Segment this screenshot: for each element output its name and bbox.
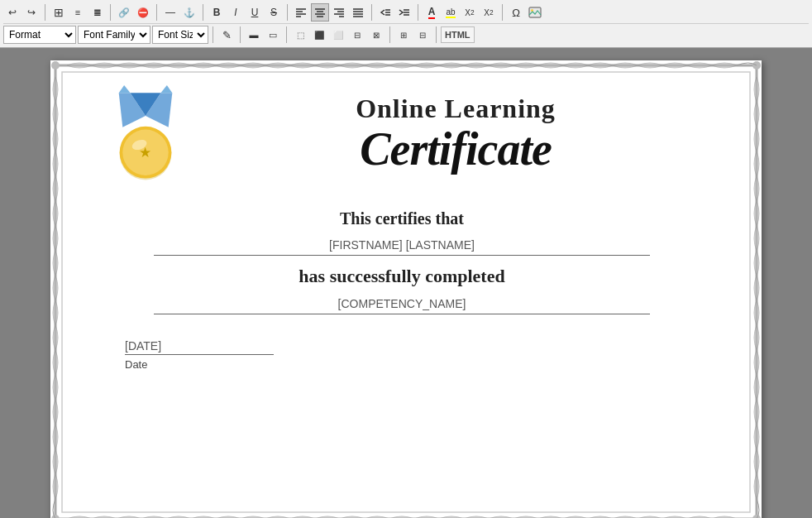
unlink-button[interactable]: ⛔ [134,3,152,22]
sep2 [110,4,111,21]
align-group [292,3,367,22]
table-edit-btn-2[interactable]: ⬛ [310,26,328,44]
align-center-button[interactable] [311,3,329,22]
edit-source-button[interactable]: ✎ [217,26,236,44]
cert-title-line1: Online Learning [356,94,556,124]
cert-completed-text: has successfully completed [299,266,504,287]
table-manage-btn-2[interactable]: ⊟ [413,26,432,44]
insert-image-button[interactable] [526,3,544,22]
sep-r2-1 [213,26,213,43]
sep6 [371,4,372,21]
sep-r2-3 [286,26,287,43]
toolbar-row-1: ↩ ↪ ⊞ ≡ ≣ 🔗 ⛔ — ⚓ B I U S [3,2,809,24]
font-size-select[interactable]: Font Size [152,26,208,44]
svg-point-29 [752,515,761,518]
toolbar: ↩ ↪ ⊞ ≡ ≣ 🔗 ⛔ — ⚓ B I U S [0,0,812,48]
cert-name-field[interactable]: [FIRSTNAME] [LASTNAME] [154,238,650,256]
align-right-button[interactable] [330,3,348,22]
cert-content: ★ Online Learning Certificate This certi… [50,60,762,396]
anchor-button[interactable]: ⚓ [180,3,198,22]
table-button[interactable]: ⊞ [50,3,68,22]
history-group: ↩ ↪ [3,3,41,22]
editor-area: ★ Online Learning Certificate This certi… [0,48,812,518]
cert-body: This certifies that [FIRSTNAME] [LASTNAM… [92,209,712,331]
table-edit-btn-1[interactable]: ⬚ [291,26,309,44]
format-group: B I U S [208,3,283,22]
sep1 [45,4,45,21]
bg-color-button[interactable]: ab [442,3,460,22]
indent-more-button[interactable] [395,3,413,22]
cert-title-line2: Certificate [360,124,552,175]
sep-r2-5 [436,26,437,43]
toolbar-row-2: Format Font Family Font Size ✎ ▬ ▭ ⬚ ⬛ ⬜… [3,24,809,46]
sep-r2-4 [389,26,390,43]
sep4 [203,4,203,21]
svg-point-23 [531,9,533,12]
certificate-page: ★ Online Learning Certificate This certi… [50,60,762,518]
align-left-button[interactable] [292,3,310,22]
style-btn-1[interactable]: ▬ [245,26,263,44]
sep7 [418,4,418,21]
insert-group: ⊞ ≡ ≣ [50,3,106,22]
misc-group: — ⚓ [161,3,198,22]
sep5 [287,4,288,21]
cert-competency-field[interactable]: [COMPETENCY_NAME] [154,297,650,314]
font-family-select[interactable]: Font Family [78,26,150,44]
redo-button[interactable]: ↪ [22,3,41,22]
special-char-button[interactable]: Ω [507,3,525,22]
title-area: Online Learning Certificate [199,85,712,175]
styles-group: ▬ ▭ [245,26,282,44]
table-manage-group: ⊞ ⊟ [394,26,432,44]
font-color-icon: A [428,6,436,19]
subscript-button[interactable]: X2 [461,3,479,22]
medal-container: ★ [92,85,199,185]
table-edit-btn-5[interactable]: ⊠ [367,26,385,44]
style-btn-2[interactable]: ▭ [264,26,282,44]
format-select[interactable]: Format [3,26,76,44]
table-edit-btn-4[interactable]: ⊟ [348,26,366,44]
link-group: 🔗 ⛔ [115,3,152,22]
strikethrough-button[interactable]: S [265,3,283,22]
align-justify-button[interactable] [349,3,367,22]
indent-group [376,3,413,22]
color-group: A ab X2 X2 [423,3,498,22]
sep8 [502,4,503,21]
cert-header: ★ Online Learning Certificate [92,85,712,185]
html-source-button[interactable]: HTML [441,26,475,43]
font-color-button[interactable]: A [423,3,441,22]
table-edit-group: ⬚ ⬛ ⬜ ⊟ ⊠ [291,26,385,44]
bg-color-icon: ab [446,7,455,18]
table-edit-btn-3[interactable]: ⬜ [329,26,347,44]
svg-marker-34 [160,85,172,93]
cert-certifies-text: This certifies that [340,209,464,228]
svg-text:★: ★ [140,145,152,161]
hr-button[interactable]: — [161,3,179,22]
medal-icon: ★ [100,85,191,185]
table-manage-btn-1[interactable]: ⊞ [394,26,413,44]
cert-date-section: [DATE] Date [92,339,712,371]
special-group: Ω [507,3,544,22]
link-button[interactable]: 🔗 [115,3,133,22]
undo-button[interactable]: ↩ [3,3,21,22]
unordered-list-button[interactable]: ≣ [88,3,106,22]
sep-r2-2 [240,26,241,43]
bold-button[interactable]: B [208,3,226,22]
indent-less-button[interactable] [376,3,394,22]
sep3 [156,4,157,21]
ordered-list-button[interactable]: ≡ [69,3,87,22]
svg-point-28 [51,515,60,518]
cert-date-label: Date [125,358,712,371]
svg-marker-33 [119,85,131,93]
cert-date-field[interactable]: [DATE] [125,339,274,355]
superscript-button[interactable]: X2 [480,3,498,22]
underline-button[interactable]: U [246,3,264,22]
italic-button[interactable]: I [227,3,245,22]
